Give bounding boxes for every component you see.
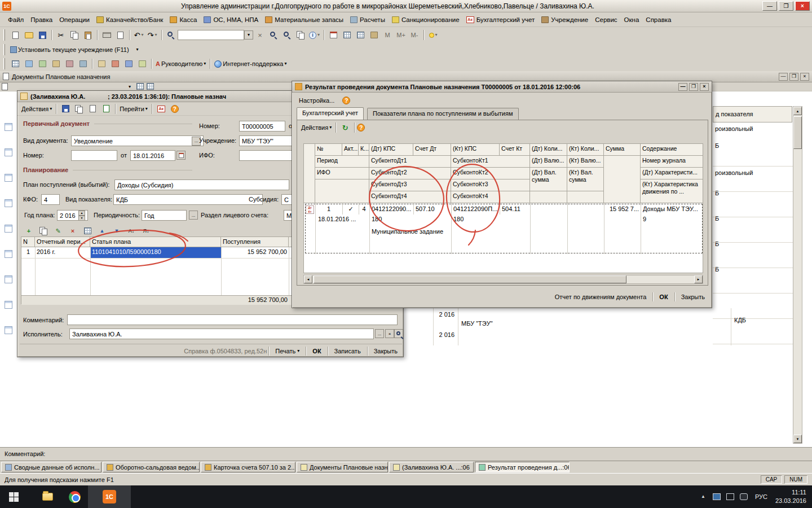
- 1c-app-button[interactable]: 1С: [88, 485, 131, 508]
- year-spinner[interactable]: ▲▼: [78, 211, 85, 220]
- accounting-records-button[interactable]: Ак: [155, 103, 168, 115]
- goto-button[interactable]: Перейти▾: [118, 103, 149, 115]
- bg-cell[interactable]: роизвольный: [715, 169, 753, 176]
- undo-button[interactable]: ↶▾: [132, 29, 145, 41]
- menu-file[interactable]: Файл: [5, 15, 27, 25]
- bg-cell[interactable]: Б: [715, 142, 719, 149]
- display-icon[interactable]: [726, 493, 734, 500]
- minimize-button[interactable]: —: [762, 1, 777, 11]
- plan-year-field[interactable]: 2 016 ▲▼: [57, 210, 88, 221]
- executor-clear-button[interactable]: ×: [385, 329, 394, 338]
- posting-row[interactable]: ДтКт 1 ✓ 4 18.01.2016 ... 0412122090... …: [304, 203, 703, 254]
- volume-icon[interactable]: [740, 493, 748, 500]
- column-header-receipts[interactable]: Поступления: [221, 237, 289, 247]
- clear-search-button[interactable]: ×: [253, 29, 267, 41]
- window-tab-account-card[interactable]: Карточка счета 507.10 за 2...: [201, 462, 295, 472]
- start-button[interactable]: [0, 485, 27, 508]
- bg-kdb-cell[interactable]: КДБ: [734, 317, 746, 323]
- file-explorer-button[interactable]: [34, 485, 61, 508]
- postings-button[interactable]: [76, 58, 90, 70]
- bg-cell[interactable]: Б: [715, 190, 719, 196]
- open-button[interactable]: [22, 29, 36, 41]
- turnover-report-button[interactable]: [108, 58, 122, 70]
- journal-button[interactable]: [8, 58, 22, 70]
- language-indicator[interactable]: РУС: [755, 493, 767, 500]
- bg-institution-cell[interactable]: МБУ "ТЭУ": [461, 320, 493, 327]
- copy-document-button[interactable]: [86, 103, 99, 115]
- memory-recall-button[interactable]: М: [381, 29, 394, 41]
- institution-field[interactable]: МБУ "ТЭУ": [239, 135, 295, 146]
- memory-subtract-button[interactable]: М-: [408, 29, 421, 41]
- refresh-button[interactable]: ↻: [338, 121, 352, 134]
- scrollbar-thumb[interactable]: [793, 116, 802, 149]
- executor-select-button[interactable]: ...: [375, 329, 384, 338]
- reports-button[interactable]: [63, 58, 76, 70]
- move-down-button[interactable]: ▼: [110, 226, 123, 236]
- find-previous-button[interactable]: [280, 29, 294, 41]
- cut-button[interactable]: ✂: [54, 29, 68, 41]
- table-view-icon[interactable]: [147, 83, 154, 90]
- row-settings-button[interactable]: [81, 226, 94, 236]
- column-header-n[interactable]: N: [21, 237, 35, 247]
- menu-inventory[interactable]: Материальные запасы: [262, 15, 347, 25]
- column-header-period[interactable]: Отчетный пери...: [35, 237, 90, 247]
- child-restore-button[interactable]: ❐: [789, 73, 798, 81]
- close-button[interactable]: ×: [795, 1, 810, 11]
- help-button[interactable]: ?: [168, 103, 182, 115]
- print-preview-button[interactable]: [113, 29, 127, 41]
- dialog-maximize-button[interactable]: ❐: [689, 83, 698, 91]
- calendar-button[interactable]: [326, 29, 340, 41]
- menu-institution[interactable]: Учреждение: [538, 15, 592, 25]
- chart-accounts-button[interactable]: [95, 58, 108, 70]
- tray-app-icon[interactable]: [713, 493, 721, 500]
- menu-fixed-assets[interactable]: ОС, НМА, НПА: [200, 15, 262, 25]
- receipts-cell[interactable]: 15 952 700,00: [221, 247, 289, 258]
- exchange-button[interactable]: [49, 58, 63, 70]
- periodicity-field[interactable]: Год: [142, 210, 187, 221]
- scroll-down-button[interactable]: ▼: [793, 435, 802, 443]
- kfo-field[interactable]: 4: [41, 194, 60, 205]
- menu-service[interactable]: Сервис: [592, 15, 620, 25]
- save-document-button[interactable]: [59, 103, 72, 115]
- executor-field[interactable]: Заливахина Ю.А.: [69, 329, 374, 339]
- tab-accounting[interactable]: Бухгалтерский учет: [297, 107, 364, 120]
- toolbar-grip[interactable]: [3, 29, 5, 41]
- user-monitor-button[interactable]: [367, 29, 381, 41]
- tips-button[interactable]: ▾: [426, 29, 440, 41]
- scroll-up-button[interactable]: ▲: [793, 107, 802, 115]
- find-button[interactable]: [164, 29, 178, 41]
- window-tab-turnover[interactable]: Оборотно-сальдовая ведом...: [103, 462, 200, 472]
- move-up-button[interactable]: ▲: [95, 226, 109, 236]
- result-actions-button[interactable]: Действия▾: [299, 121, 333, 134]
- menu-operations[interactable]: Операции: [56, 15, 93, 25]
- column-header-article[interactable]: Статья плана: [90, 237, 221, 247]
- number2-field[interactable]: Т00000005: [239, 121, 285, 132]
- list-view-icon[interactable]: [136, 83, 144, 90]
- indicator-kind-field[interactable]: КДБ: [113, 194, 263, 205]
- child-close-button[interactable]: ×: [800, 73, 809, 81]
- number-field[interactable]: [71, 150, 117, 161]
- clock[interactable]: 11:11 23.03.2016: [775, 488, 806, 505]
- window-tab-posting-result[interactable]: Результат проведения д...:06: [475, 462, 570, 472]
- window-tab-summary[interactable]: Сводные данные об исполн...: [1, 462, 102, 472]
- internet-support-button[interactable]: Интернет-поддержка ▾: [213, 58, 288, 70]
- paste-button[interactable]: [81, 29, 95, 41]
- postings-horizontal-scrollbar[interactable]: ◄ ►: [303, 275, 703, 284]
- delete-row-button[interactable]: ×: [66, 226, 80, 236]
- toolbar-grip[interactable]: [3, 44, 5, 55]
- dialog-minimize-button[interactable]: —: [678, 83, 687, 91]
- bg-cell[interactable]: Б: [715, 266, 719, 273]
- report-period-cell[interactable]: 2016 г.: [35, 247, 90, 258]
- date-field[interactable]: 18.01.2016: [130, 150, 175, 161]
- date-calendar-button[interactable]: [176, 151, 186, 160]
- row-number-cell[interactable]: 1: [21, 247, 35, 258]
- reread-button[interactable]: [72, 103, 86, 115]
- actions-button[interactable]: Действия▾: [20, 103, 54, 115]
- find-next-button[interactable]: [267, 29, 280, 41]
- settings-button[interactable]: Настройка...: [294, 96, 339, 105]
- column-header-indicator[interactable]: д показателя: [713, 106, 792, 122]
- chevron-down-icon[interactable]: ▾: [129, 85, 131, 89]
- menu-settlements[interactable]: Расчеты: [347, 15, 389, 25]
- write-button[interactable]: Записать: [330, 347, 365, 356]
- edit-row-button[interactable]: ✎: [51, 226, 65, 236]
